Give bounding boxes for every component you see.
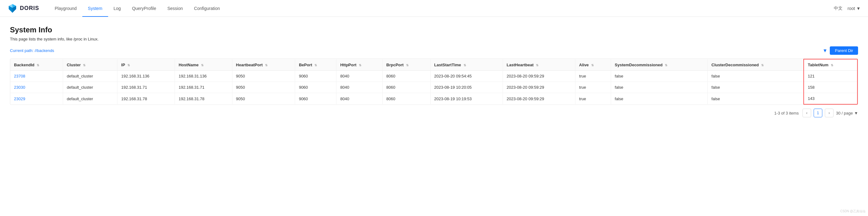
cell-laststarttime: 2023-08-20 09:54:45 (430, 71, 503, 82)
cell-laststarttime: 2023-08-19 10:19:53 (430, 93, 503, 105)
cell-cluster: default_cluster (63, 71, 117, 82)
cell-brpcport: 8060 (382, 82, 430, 93)
sort-icon-ip: ⇅ (127, 63, 130, 67)
col-brpc-port[interactable]: BrpcPort ⇅ (382, 59, 430, 71)
col-hostname[interactable]: HostName ⇅ (175, 59, 232, 71)
cell-systemdecommissioned: false (611, 93, 707, 105)
cell-clusterdecommissioned: false (708, 93, 804, 105)
sort-icon-tabletnum: ⇅ (831, 63, 833, 67)
sort-icon-backendid: ⇅ (37, 63, 39, 67)
cell-ip: 192.168.31.71 (118, 82, 175, 93)
sort-icon-clusterdecom: ⇅ (761, 63, 764, 67)
col-heartbeat-port[interactable]: HeartbeatPort ⇅ (232, 59, 295, 71)
cell-httpport: 8040 (336, 71, 382, 82)
cell-systemdecommissioned: false (611, 71, 707, 82)
col-http-port[interactable]: HttpPort ⇅ (336, 59, 382, 71)
next-page-button[interactable]: › (825, 109, 834, 117)
cell-cluster: default_cluster (63, 82, 117, 93)
cell-backendid[interactable]: 23029 (10, 93, 63, 105)
toolbar: Current path: //backends ▼ Parent Dir (10, 46, 858, 55)
sort-icon-heartbeat: ⇅ (265, 63, 268, 67)
cell-lastheartbeat: 2023-08-20 09:59:29 (503, 82, 575, 93)
table-body: 23708default_cluster192.168.31.136192.16… (10, 71, 858, 105)
logo-text: DORIS (20, 5, 39, 11)
col-system-decommissioned[interactable]: SystemDecommissioned ⇅ (611, 59, 707, 71)
pagination: 1-3 of 3 items ‹ 1 › 30 / page ▼ (10, 109, 858, 117)
main-content: System Info This page lists the system i… (0, 17, 868, 126)
cell-brpcport: 8060 (382, 71, 430, 82)
table-row: 23029default_cluster192.168.31.78192.168… (10, 93, 858, 105)
col-alive[interactable]: Alive ⇅ (575, 59, 611, 71)
nav-item-configuration[interactable]: Configuration (189, 0, 225, 17)
cell-clusterdecommissioned: false (708, 71, 804, 82)
nav-item-session[interactable]: Session (162, 0, 189, 17)
col-backend-id[interactable]: BackendId ⇅ (10, 59, 63, 71)
col-be-port[interactable]: BePort ⇅ (295, 59, 336, 71)
current-path-link[interactable]: Current path: //backends (10, 48, 54, 53)
cell-hostname: 192.168.31.136 (175, 71, 232, 82)
page-size-dropdown-icon: ▼ (854, 111, 858, 115)
sort-icon-lastheartbeat: ⇅ (536, 63, 538, 67)
parent-dir-button[interactable]: Parent Dir (830, 46, 858, 55)
cell-brpcport: 8060 (382, 93, 430, 105)
col-cluster-decommissioned[interactable]: ClusterDecommissioned ⇅ (708, 59, 804, 71)
cell-beport: 9060 (295, 71, 336, 82)
col-last-heartbeat[interactable]: LastHeartbeat ⇅ (503, 59, 575, 71)
cell-cluster: default_cluster (63, 93, 117, 105)
user-menu[interactable]: root ▼ (847, 6, 861, 11)
sort-icon-sysdecom: ⇅ (665, 63, 667, 67)
nav-item-queryprofile[interactable]: QueryProfile (126, 0, 162, 17)
cell-httpport: 8040 (336, 82, 382, 93)
filter-icon[interactable]: ▼ (823, 48, 828, 54)
nav-right: 中文 root ▼ (834, 6, 861, 11)
table-row: 23708default_cluster192.168.31.136192.16… (10, 71, 858, 82)
cell-beport: 9060 (295, 93, 336, 105)
cell-hostname: 192.168.31.78 (175, 93, 232, 105)
cell-backendid[interactable]: 23708 (10, 71, 63, 82)
cell-clusterdecommissioned: false (708, 82, 804, 93)
col-tablet-num[interactable]: TabletNum ⇅ (804, 59, 858, 71)
page-size-selector[interactable]: 30 / page ▼ (836, 111, 858, 115)
col-last-start[interactable]: LastStartTime ⇅ (430, 59, 503, 71)
col-cluster[interactable]: Cluster ⇅ (63, 59, 117, 71)
sort-icon-httpport: ⇅ (359, 63, 361, 67)
language-button[interactable]: 中文 (834, 6, 842, 11)
cell-alive: true (575, 82, 611, 93)
sort-icon-brpcport: ⇅ (406, 63, 408, 67)
doris-logo-icon (7, 3, 18, 14)
prev-page-button[interactable]: ‹ (802, 109, 811, 117)
nav-item-system[interactable]: System (82, 0, 108, 17)
sort-icon-laststart: ⇅ (464, 63, 466, 67)
page-1-button[interactable]: 1 (814, 109, 822, 117)
table-row: 23030default_cluster192.168.31.71192.168… (10, 82, 858, 93)
cell-alive: true (575, 71, 611, 82)
cell-heartbeatport: 9050 (232, 71, 295, 82)
sort-icon-cluster: ⇅ (83, 63, 86, 67)
cell-backendid[interactable]: 23030 (10, 82, 63, 93)
cell-laststarttime: 2023-08-19 10:20:05 (430, 82, 503, 93)
cell-beport: 9060 (295, 82, 336, 93)
sort-icon-hostname: ⇅ (201, 63, 204, 67)
cell-lastheartbeat: 2023-08-20 09:59:29 (503, 93, 575, 105)
col-ip[interactable]: IP ⇅ (118, 59, 175, 71)
cell-hostname: 192.168.31.71 (175, 82, 232, 93)
cell-heartbeatport: 9050 (232, 93, 295, 105)
cell-lastheartbeat: 2023-08-20 09:59:29 (503, 71, 575, 82)
cell-alive: true (575, 93, 611, 105)
logo-area: DORIS (7, 3, 39, 14)
cell-ip: 192.168.31.78 (118, 93, 175, 105)
cell-tabletnum: 158 (804, 82, 858, 93)
page-title: System Info (10, 26, 858, 34)
cell-heartbeatport: 9050 (232, 82, 295, 93)
navbar: DORIS Playground System Log QueryProfile… (0, 0, 868, 17)
page-description: This page lists the system info, like /p… (10, 37, 858, 42)
data-table-container: BackendId ⇅ Cluster ⇅ IP ⇅ HostName ⇅ He… (10, 58, 858, 105)
toolbar-right: ▼ Parent Dir (823, 46, 858, 55)
table-header-row: BackendId ⇅ Cluster ⇅ IP ⇅ HostName ⇅ He… (10, 59, 858, 71)
nav-item-playground[interactable]: Playground (49, 0, 82, 17)
nav-item-log[interactable]: Log (108, 0, 126, 17)
sort-icon-beport: ⇅ (314, 63, 317, 67)
sort-icon-alive: ⇅ (591, 63, 594, 67)
user-name: root (847, 6, 855, 11)
cell-tabletnum: 143 (804, 93, 858, 105)
